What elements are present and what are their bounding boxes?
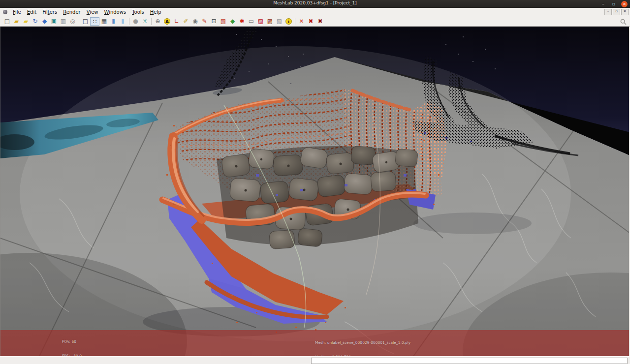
scene-render	[0, 27, 630, 356]
statusbar-input[interactable]	[311, 358, 628, 364]
light-toggle-icon[interactable]: ●	[131, 17, 140, 26]
menu-item-file[interactable]: File	[10, 8, 24, 16]
show-trackball-icon[interactable]: ⊕	[153, 17, 162, 26]
menu-item-tools[interactable]: Tools	[129, 8, 147, 16]
per-vertex-color-icon[interactable]: ◆	[228, 17, 237, 26]
mdi-restore-button[interactable]: ▫	[613, 9, 620, 15]
new-project-icon[interactable]: □	[2, 17, 12, 26]
mdi-child-icon	[3, 10, 7, 14]
points-render-mode-icon[interactable]: ∷	[90, 17, 99, 26]
menu-item-edit[interactable]: Edit	[24, 8, 39, 16]
export-web-icon[interactable]: ◎	[68, 17, 77, 26]
titlebar: MeshLab 2020.03+dfsg1 - [Project_1] – ▫ …	[0, 0, 630, 8]
toolbar-separator	[79, 18, 79, 25]
import-mesh-icon[interactable]: ▰	[21, 17, 31, 26]
manipulator-tool-icon[interactable]: ✐	[181, 17, 190, 26]
delete-star-icon[interactable]: ✱	[237, 17, 247, 26]
delete-all-meshes-icon[interactable]: ✖	[306, 17, 315, 26]
delete-current-mesh-icon[interactable]: ✕	[297, 17, 306, 26]
mdi-minimize-button[interactable]: –	[604, 9, 612, 15]
menu-item-windows[interactable]: Windows	[101, 8, 129, 16]
meshlab-window: MeshLab 2020.03+dfsg1 - [Project_1] – ▫ …	[0, 0, 630, 364]
menu-item-render[interactable]: Render	[60, 8, 84, 16]
close-button[interactable]: ✕	[621, 1, 628, 7]
toolbar-separator	[129, 18, 129, 25]
deselect-icon[interactable]: ▧	[275, 17, 284, 26]
delete-other-meshes-icon[interactable]: ✖	[315, 17, 325, 26]
layer-info-icon[interactable]: i	[285, 18, 292, 25]
maximize-button[interactable]: ▫	[611, 1, 616, 7]
save-project-icon[interactable]: ◆	[40, 17, 49, 26]
hud-mesh-name: Mesh: unlabel_scene_000029-000001_scale_…	[315, 340, 410, 345]
duplicate-layer-icon[interactable]: ▥	[59, 17, 68, 26]
toolbar: □▰▰↻◆▣▥◎□∷▦▮▮●✳⊕A∟✐◉✎⊡▧◆✱▭▨▨▧i✕✖✖	[0, 16, 630, 27]
menu-item-help[interactable]: Help	[147, 8, 164, 16]
viewport-3d[interactable]: FOV: 60 FPS: 80.0 BO_RENDERING Mesh: unl…	[0, 27, 630, 356]
wireframe-render-mode-icon[interactable]: ▦	[99, 17, 109, 26]
mdi-controls: – ▫ ✕	[604, 9, 629, 15]
trackball-axis-icon[interactable]: ✳	[140, 17, 150, 26]
minimize-button[interactable]: –	[600, 1, 606, 7]
delete-selected-faces-icon[interactable]: ▨	[256, 17, 265, 26]
show-axis-icon[interactable]: A	[164, 18, 170, 25]
show-coord-axes-icon[interactable]: ∟	[172, 17, 181, 26]
menu-item-view[interactable]: View	[84, 8, 101, 16]
statusbar	[0, 356, 630, 364]
toolbar-separator	[151, 18, 152, 25]
select-vertices-icon[interactable]: ⊡	[209, 17, 219, 26]
viewport-left-edge	[0, 27, 0, 356]
show-camera-icon[interactable]: ◉	[190, 17, 200, 26]
bbox-render-mode-icon[interactable]: □	[81, 17, 90, 26]
select-rect-icon[interactable]: ▭	[247, 17, 256, 26]
window-title: MeshLab 2020.03+dfsg1 - [Project_1]	[0, 0, 630, 5]
open-project-icon[interactable]: ▰	[12, 17, 21, 26]
snapshot-icon[interactable]: ▣	[49, 17, 59, 26]
hud-fov: FOV: 60	[62, 339, 92, 344]
z-painting-icon[interactable]: ✎	[200, 17, 209, 26]
smooth-shading-icon[interactable]: ▮	[118, 17, 127, 26]
reload-mesh-icon[interactable]: ↻	[31, 17, 40, 26]
search-icon[interactable]	[620, 18, 627, 27]
menu-item-filters[interactable]: Filters	[39, 8, 60, 16]
flat-shading-icon[interactable]: ▮	[109, 17, 118, 26]
window-controls: – ▫ ✕	[600, 0, 628, 7]
delete-selected-vertices-icon[interactable]: ▨	[265, 17, 275, 26]
toolbar-icons: □▰▰↻◆▣▥◎□∷▦▮▮●✳⊕A∟✐◉✎⊡▧◆✱▭▨▨▧i✕✖✖	[2, 17, 325, 26]
menubar: FileEditFiltersRenderViewWindowsToolsHel…	[0, 8, 630, 16]
menu-items: FileEditFiltersRenderViewWindowsToolsHel…	[10, 8, 164, 16]
mdi-close-button[interactable]: ✕	[621, 9, 629, 15]
toolbar-separator	[295, 18, 295, 25]
select-faces-icon[interactable]: ▧	[219, 17, 228, 26]
